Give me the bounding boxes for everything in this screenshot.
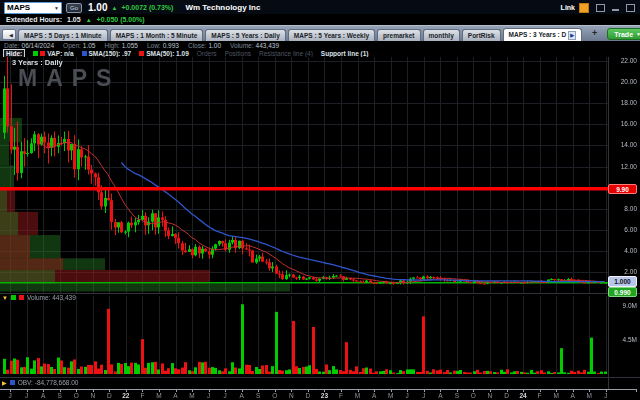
legend-resistance[interactable]: Resistance line (4) <box>259 50 313 57</box>
field-key: High: <box>104 42 119 49</box>
sma150-swatch <box>82 51 87 56</box>
ohlc-field-date: Date:06/14/2024 <box>4 42 54 49</box>
legend-positions[interactable]: Positions <box>225 50 251 57</box>
last-price: 1.00 <box>88 2 107 13</box>
volume-pane-legend: ▼ Volume: 443,439 <box>2 294 76 301</box>
legend-orders[interactable]: Orders <box>197 50 217 57</box>
up-arrow-icon: ▲ <box>86 17 92 23</box>
resistance-price-badge: 9.90 <box>608 184 637 194</box>
up-arrow-icon: ▲ <box>111 5 117 11</box>
obv-swatch <box>10 380 15 385</box>
volume-label: Volume: 443,439 <box>27 294 76 301</box>
trading-app-window: MAPS ▼ Go 1.00 ▲ +0.0072 (0.73%) Wm Tech… <box>0 0 640 400</box>
tab-portrisk[interactable]: PortRisk <box>462 29 501 41</box>
tab-advance-icon[interactable]: ▶ <box>568 31 576 40</box>
extended-hours-bar: Extended Hours: 1.05 ▲ +0.050 (5.00%) <box>0 14 640 25</box>
ohlc-field-low: Low:0.993 <box>147 42 179 49</box>
field-value: 0.993 <box>163 42 179 49</box>
ohlc-field-volume: Volume:443,439 <box>230 42 279 49</box>
price-change: +0.0072 (0.73%) <box>121 4 173 11</box>
expand-icon[interactable]: ▶ <box>2 380 7 386</box>
field-value: 1.00 <box>208 42 221 49</box>
link-label: Link <box>561 4 575 11</box>
price-chart-canvas[interactable] <box>0 57 640 400</box>
field-value: 06/14/2024 <box>22 42 55 49</box>
last-price-badge: 1.000 <box>608 276 637 287</box>
tab-maps-5-days-1-minute[interactable]: MAPS : 5 Days : 1 Minute <box>18 29 108 41</box>
company-name: Wm Technology Inc <box>185 3 260 12</box>
go-button[interactable]: Go <box>66 3 82 13</box>
field-key: Close: <box>188 42 206 49</box>
chart-tab-bar: ◀ MAPS : 5 Days : 1 MinuteMAPS : 1 Month… <box>0 25 640 41</box>
ohlc-field-close: Close:1.00 <box>188 42 221 49</box>
vap-green-swatch <box>33 51 38 56</box>
tab-maps-1-month-5-minute[interactable]: MAPS : 1 Month : 5 Minute <box>110 29 204 41</box>
symbol-text: MAPS <box>7 3 30 12</box>
trade-button[interactable]: Trade ▼ <box>607 28 640 40</box>
field-key: Open: <box>63 42 81 49</box>
add-tab-button[interactable]: + <box>586 27 603 39</box>
sma50-swatch <box>139 51 144 56</box>
volume-red-swatch <box>19 295 24 300</box>
support-price-badge: 0.990 <box>608 287 637 297</box>
legend-sma50[interactable]: SMA(50): 1.09 <box>139 50 189 57</box>
field-value: 443,439 <box>256 42 280 49</box>
ohlc-info-bar: Date:06/14/2024Open:1.05High:1.055Low:0.… <box>0 41 640 49</box>
ohlc-field-open: Open:1.05 <box>63 42 95 49</box>
chevron-down-icon: ▼ <box>636 31 640 37</box>
field-value: 1.055 <box>122 42 138 49</box>
tab-monthly[interactable]: monthly <box>423 29 460 41</box>
chevron-down-icon: ▼ <box>54 5 59 11</box>
extended-hours-price: 1.05 <box>67 16 81 23</box>
tab-maps-5-years-weekly[interactable]: MAPS : 5 Years : Weekly <box>288 29 375 41</box>
symbol-dropdown[interactable]: MAPS ▼ <box>4 2 62 14</box>
legend-vap[interactable]: VAP: n/a <box>33 50 73 57</box>
extended-hours-change: +0.050 (5.00%) <box>97 16 145 23</box>
obv-label: OBV: -84,778,668.00 <box>18 379 79 386</box>
legend-support[interactable]: Support line (1) <box>321 50 369 57</box>
legend-sma150[interactable]: SMA(150): .97 <box>82 50 132 57</box>
tab-premarket[interactable]: premarket <box>377 29 420 41</box>
minimize-icon[interactable] <box>612 8 619 11</box>
popout-window-icon[interactable] <box>596 4 605 12</box>
obv-pane-legend: ▶ OBV: -84,778,668.00 <box>2 379 78 386</box>
link-color-icon[interactable] <box>579 3 589 13</box>
tab-active[interactable]: MAPS : 3 Years : D ▶ <box>503 28 583 41</box>
title-bar: MAPS ▼ Go 1.00 ▲ +0.0072 (0.73%) Wm Tech… <box>0 0 640 14</box>
extended-hours-label: Extended Hours: <box>6 16 62 23</box>
maximize-icon[interactable] <box>626 4 635 12</box>
vap-red-swatch <box>40 51 45 56</box>
ohlc-field-high: High:1.055 <box>104 42 137 49</box>
field-key: Low: <box>147 42 161 49</box>
tab-scroll-left-button[interactable]: ◀ <box>2 29 16 40</box>
chart-area: 3 Years : Daily MAPS 9.90 1.000 0.990 ▼ … <box>0 57 640 400</box>
collapse-icon[interactable]: ▼ <box>2 295 8 301</box>
tab-maps-5-years-daily[interactable]: MAPS : 5 Years : Daily <box>205 29 286 41</box>
volume-green-swatch <box>11 295 16 300</box>
field-key: Volume: <box>230 42 254 49</box>
field-key: Date: <box>4 42 20 49</box>
field-value: 1.05 <box>83 42 96 49</box>
